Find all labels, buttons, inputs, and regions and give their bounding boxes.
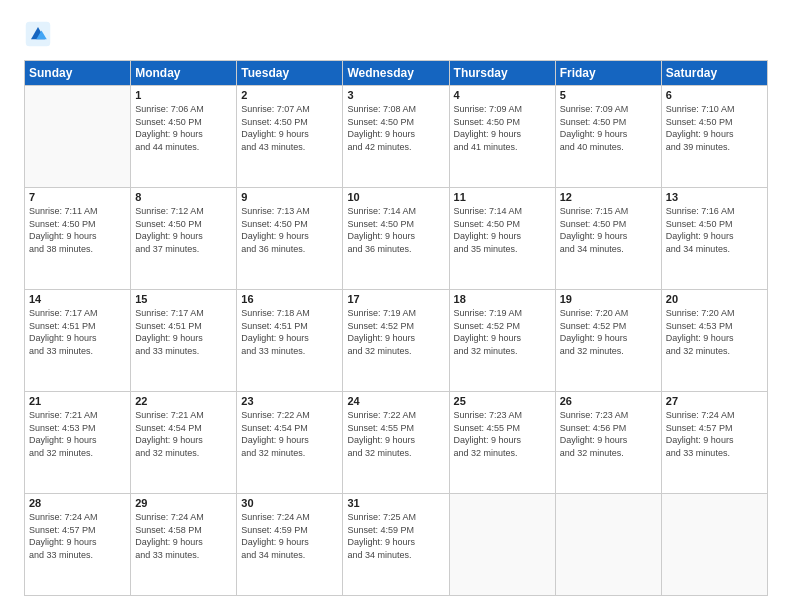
- day-info: Sunrise: 7:14 AM Sunset: 4:50 PM Dayligh…: [347, 205, 444, 255]
- day-cell: 21Sunrise: 7:21 AM Sunset: 4:53 PM Dayli…: [25, 392, 131, 494]
- logo-icon: [24, 20, 52, 48]
- day-cell: 11Sunrise: 7:14 AM Sunset: 4:50 PM Dayli…: [449, 188, 555, 290]
- day-info: Sunrise: 7:23 AM Sunset: 4:56 PM Dayligh…: [560, 409, 657, 459]
- day-info: Sunrise: 7:24 AM Sunset: 4:57 PM Dayligh…: [666, 409, 763, 459]
- day-number: 30: [241, 497, 338, 509]
- day-cell: 12Sunrise: 7:15 AM Sunset: 4:50 PM Dayli…: [555, 188, 661, 290]
- header-cell-saturday: Saturday: [661, 61, 767, 86]
- header-cell-sunday: Sunday: [25, 61, 131, 86]
- day-number: 3: [347, 89, 444, 101]
- header-cell-thursday: Thursday: [449, 61, 555, 86]
- header-cell-monday: Monday: [131, 61, 237, 86]
- day-info: Sunrise: 7:21 AM Sunset: 4:53 PM Dayligh…: [29, 409, 126, 459]
- day-cell: [25, 86, 131, 188]
- day-number: 9: [241, 191, 338, 203]
- day-cell: 19Sunrise: 7:20 AM Sunset: 4:52 PM Dayli…: [555, 290, 661, 392]
- day-info: Sunrise: 7:17 AM Sunset: 4:51 PM Dayligh…: [135, 307, 232, 357]
- day-cell: 2Sunrise: 7:07 AM Sunset: 4:50 PM Daylig…: [237, 86, 343, 188]
- day-number: 2: [241, 89, 338, 101]
- day-number: 7: [29, 191, 126, 203]
- day-info: Sunrise: 7:11 AM Sunset: 4:50 PM Dayligh…: [29, 205, 126, 255]
- day-number: 20: [666, 293, 763, 305]
- day-info: Sunrise: 7:19 AM Sunset: 4:52 PM Dayligh…: [454, 307, 551, 357]
- day-info: Sunrise: 7:09 AM Sunset: 4:50 PM Dayligh…: [560, 103, 657, 153]
- day-info: Sunrise: 7:23 AM Sunset: 4:55 PM Dayligh…: [454, 409, 551, 459]
- day-info: Sunrise: 7:12 AM Sunset: 4:50 PM Dayligh…: [135, 205, 232, 255]
- day-cell: 20Sunrise: 7:20 AM Sunset: 4:53 PM Dayli…: [661, 290, 767, 392]
- day-cell: 29Sunrise: 7:24 AM Sunset: 4:58 PM Dayli…: [131, 494, 237, 596]
- day-cell: 16Sunrise: 7:18 AM Sunset: 4:51 PM Dayli…: [237, 290, 343, 392]
- day-cell: 25Sunrise: 7:23 AM Sunset: 4:55 PM Dayli…: [449, 392, 555, 494]
- day-number: 1: [135, 89, 232, 101]
- day-number: 27: [666, 395, 763, 407]
- day-info: Sunrise: 7:17 AM Sunset: 4:51 PM Dayligh…: [29, 307, 126, 357]
- day-number: 23: [241, 395, 338, 407]
- day-number: 25: [454, 395, 551, 407]
- day-info: Sunrise: 7:10 AM Sunset: 4:50 PM Dayligh…: [666, 103, 763, 153]
- week-row-3: 21Sunrise: 7:21 AM Sunset: 4:53 PM Dayli…: [25, 392, 768, 494]
- day-cell: 14Sunrise: 7:17 AM Sunset: 4:51 PM Dayli…: [25, 290, 131, 392]
- day-info: Sunrise: 7:18 AM Sunset: 4:51 PM Dayligh…: [241, 307, 338, 357]
- calendar-body: 1Sunrise: 7:06 AM Sunset: 4:50 PM Daylig…: [25, 86, 768, 596]
- day-number: 15: [135, 293, 232, 305]
- day-info: Sunrise: 7:07 AM Sunset: 4:50 PM Dayligh…: [241, 103, 338, 153]
- day-number: 8: [135, 191, 232, 203]
- day-info: Sunrise: 7:13 AM Sunset: 4:50 PM Dayligh…: [241, 205, 338, 255]
- day-cell: 23Sunrise: 7:22 AM Sunset: 4:54 PM Dayli…: [237, 392, 343, 494]
- header-row: SundayMondayTuesdayWednesdayThursdayFrid…: [25, 61, 768, 86]
- day-number: 5: [560, 89, 657, 101]
- day-cell: 27Sunrise: 7:24 AM Sunset: 4:57 PM Dayli…: [661, 392, 767, 494]
- day-number: 29: [135, 497, 232, 509]
- day-cell: 10Sunrise: 7:14 AM Sunset: 4:50 PM Dayli…: [343, 188, 449, 290]
- day-cell: 31Sunrise: 7:25 AM Sunset: 4:59 PM Dayli…: [343, 494, 449, 596]
- week-row-2: 14Sunrise: 7:17 AM Sunset: 4:51 PM Dayli…: [25, 290, 768, 392]
- day-number: 14: [29, 293, 126, 305]
- day-info: Sunrise: 7:14 AM Sunset: 4:50 PM Dayligh…: [454, 205, 551, 255]
- day-number: 24: [347, 395, 444, 407]
- day-number: 21: [29, 395, 126, 407]
- day-cell: 24Sunrise: 7:22 AM Sunset: 4:55 PM Dayli…: [343, 392, 449, 494]
- day-number: 6: [666, 89, 763, 101]
- week-row-1: 7Sunrise: 7:11 AM Sunset: 4:50 PM Daylig…: [25, 188, 768, 290]
- week-row-0: 1Sunrise: 7:06 AM Sunset: 4:50 PM Daylig…: [25, 86, 768, 188]
- day-info: Sunrise: 7:24 AM Sunset: 4:57 PM Dayligh…: [29, 511, 126, 561]
- day-cell: 22Sunrise: 7:21 AM Sunset: 4:54 PM Dayli…: [131, 392, 237, 494]
- calendar-header: SundayMondayTuesdayWednesdayThursdayFrid…: [25, 61, 768, 86]
- header-cell-friday: Friday: [555, 61, 661, 86]
- day-number: 31: [347, 497, 444, 509]
- day-info: Sunrise: 7:24 AM Sunset: 4:59 PM Dayligh…: [241, 511, 338, 561]
- day-cell: [449, 494, 555, 596]
- logo: [24, 20, 56, 48]
- page: SundayMondayTuesdayWednesdayThursdayFrid…: [0, 0, 792, 612]
- day-info: Sunrise: 7:24 AM Sunset: 4:58 PM Dayligh…: [135, 511, 232, 561]
- header: [24, 20, 768, 48]
- day-info: Sunrise: 7:15 AM Sunset: 4:50 PM Dayligh…: [560, 205, 657, 255]
- day-cell: [555, 494, 661, 596]
- day-cell: [661, 494, 767, 596]
- day-number: 17: [347, 293, 444, 305]
- day-info: Sunrise: 7:16 AM Sunset: 4:50 PM Dayligh…: [666, 205, 763, 255]
- day-cell: 8Sunrise: 7:12 AM Sunset: 4:50 PM Daylig…: [131, 188, 237, 290]
- day-info: Sunrise: 7:22 AM Sunset: 4:55 PM Dayligh…: [347, 409, 444, 459]
- day-info: Sunrise: 7:21 AM Sunset: 4:54 PM Dayligh…: [135, 409, 232, 459]
- day-number: 11: [454, 191, 551, 203]
- day-cell: 3Sunrise: 7:08 AM Sunset: 4:50 PM Daylig…: [343, 86, 449, 188]
- calendar-table: SundayMondayTuesdayWednesdayThursdayFrid…: [24, 60, 768, 596]
- day-info: Sunrise: 7:08 AM Sunset: 4:50 PM Dayligh…: [347, 103, 444, 153]
- day-number: 10: [347, 191, 444, 203]
- day-number: 28: [29, 497, 126, 509]
- day-cell: 17Sunrise: 7:19 AM Sunset: 4:52 PM Dayli…: [343, 290, 449, 392]
- day-cell: 26Sunrise: 7:23 AM Sunset: 4:56 PM Dayli…: [555, 392, 661, 494]
- day-info: Sunrise: 7:19 AM Sunset: 4:52 PM Dayligh…: [347, 307, 444, 357]
- day-cell: 1Sunrise: 7:06 AM Sunset: 4:50 PM Daylig…: [131, 86, 237, 188]
- day-cell: 13Sunrise: 7:16 AM Sunset: 4:50 PM Dayli…: [661, 188, 767, 290]
- day-cell: 18Sunrise: 7:19 AM Sunset: 4:52 PM Dayli…: [449, 290, 555, 392]
- day-cell: 7Sunrise: 7:11 AM Sunset: 4:50 PM Daylig…: [25, 188, 131, 290]
- day-cell: 4Sunrise: 7:09 AM Sunset: 4:50 PM Daylig…: [449, 86, 555, 188]
- day-cell: 15Sunrise: 7:17 AM Sunset: 4:51 PM Dayli…: [131, 290, 237, 392]
- day-cell: 28Sunrise: 7:24 AM Sunset: 4:57 PM Dayli…: [25, 494, 131, 596]
- day-number: 18: [454, 293, 551, 305]
- day-info: Sunrise: 7:20 AM Sunset: 4:53 PM Dayligh…: [666, 307, 763, 357]
- day-number: 26: [560, 395, 657, 407]
- day-cell: 6Sunrise: 7:10 AM Sunset: 4:50 PM Daylig…: [661, 86, 767, 188]
